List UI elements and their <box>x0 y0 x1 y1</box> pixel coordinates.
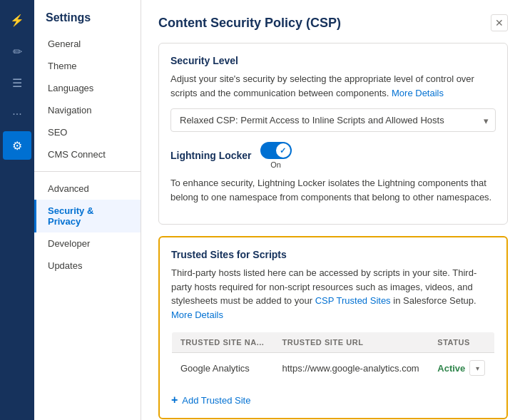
sidebar-item-updates[interactable]: Updates <box>34 255 141 277</box>
sidebar: Settings General Theme Languages Navigat… <box>34 0 141 420</box>
lightning-locker-row: Lightning Locker On <box>170 142 496 169</box>
trusted-sites-title: Trusted Sites for Scripts <box>171 249 495 260</box>
status-dropdown-button[interactable]: ▾ <box>469 360 485 376</box>
trusted-site-name: Google Analytics <box>172 353 274 384</box>
sidebar-item-developer[interactable]: Developer <box>34 232 141 255</box>
col-header-name: TRUSTED SITE NA... <box>172 332 274 353</box>
lightning-locker-toggle[interactable] <box>260 142 292 159</box>
trusted-site-url: https://www.google-analytics.com <box>274 353 429 384</box>
sidebar-item-seo[interactable]: SEO <box>34 121 141 143</box>
icon-bar-dots[interactable]: ··· <box>3 100 31 128</box>
col-header-url: TRUSTED SITE URL <box>274 332 429 353</box>
trusted-sites-desc: Third-party hosts listed here can be acc… <box>171 266 495 322</box>
icon-bar-lightning[interactable]: ⚡ <box>3 6 31 34</box>
security-level-title: Security Level <box>170 55 496 66</box>
security-level-card: Security Level Adjust your site's securi… <box>158 43 508 225</box>
icon-bar-gear[interactable]: ⚙ <box>3 131 31 160</box>
trusted-desc-text2: in Salesforce Setup. <box>393 295 476 306</box>
table-row: Google Analytics https://www.google-anal… <box>172 353 495 384</box>
add-trusted-site-label: Add Trusted Site <box>182 395 250 406</box>
main-content: Content Security Policy (CSP) ✕ Security… <box>141 0 525 420</box>
col-header-status: STATUS <box>429 332 494 353</box>
add-icon: + <box>171 394 178 406</box>
sidebar-item-languages[interactable]: Languages <box>34 77 141 99</box>
table-header-row: TRUSTED SITE NA... TRUSTED SITE URL STAT… <box>172 332 495 353</box>
sidebar-item-security-privacy[interactable]: Security & Privacy <box>34 200 141 232</box>
toggle-knob <box>276 143 290 158</box>
page-title: Content Security Policy (CSP) <box>158 16 341 31</box>
trusted-site-status-cell: Active ▾ <box>429 353 494 384</box>
trusted-sites-table: TRUSTED SITE NA... TRUSTED SITE URL STAT… <box>171 332 495 384</box>
close-button[interactable]: ✕ <box>491 14 508 31</box>
lightning-locker-toggle-container: On <box>260 142 292 169</box>
sidebar-divider <box>34 171 141 172</box>
trusted-sites-card: Trusted Sites for Scripts Third-party ho… <box>158 236 508 419</box>
trusted-more-details-link[interactable]: More Details <box>171 309 223 320</box>
lightning-locker-label: Lightning Locker <box>170 150 252 161</box>
sidebar-title: Settings <box>34 11 141 33</box>
security-level-more-details-link[interactable]: More Details <box>392 88 444 98</box>
status-cell-content: Active ▾ <box>437 360 486 376</box>
toggle-state-text: On <box>270 160 281 169</box>
sidebar-item-theme[interactable]: Theme <box>34 55 141 77</box>
icon-bar-edit[interactable]: ✏ <box>3 37 31 66</box>
csp-trusted-sites-link[interactable]: CSP Trusted Sites <box>315 295 391 306</box>
security-level-dropdown[interactable]: Relaxed CSP: Permit Access to Inline Scr… <box>170 108 496 132</box>
page-header: Content Security Policy (CSP) ✕ <box>158 14 508 31</box>
add-trusted-site-button[interactable]: + Add Trusted Site <box>171 394 250 406</box>
icon-bar: ⚡ ✏ ☰ ··· ⚙ <box>0 0 34 420</box>
sidebar-item-cms-connect[interactable]: CMS Connect <box>34 143 141 165</box>
sidebar-item-general[interactable]: General <box>34 33 141 55</box>
sidebar-item-navigation[interactable]: Navigation <box>34 99 141 121</box>
security-level-desc: Adjust your site's security by selecting… <box>170 72 496 100</box>
icon-bar-list[interactable]: ☰ <box>3 68 31 97</box>
security-level-dropdown-wrap: Relaxed CSP: Permit Access to Inline Scr… <box>170 108 496 132</box>
status-badge: Active <box>437 363 465 374</box>
sidebar-item-advanced[interactable]: Advanced <box>34 178 141 200</box>
lightning-locker-desc: To enhance security, Lightning Locker is… <box>170 176 496 204</box>
